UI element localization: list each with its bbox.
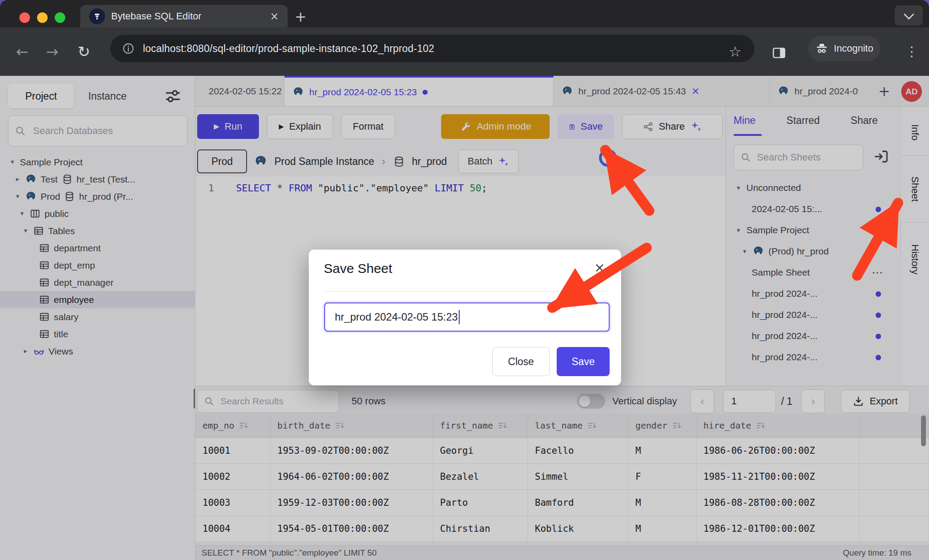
chevron-down-icon[interactable]: ▾ bbox=[741, 248, 748, 255]
table-row[interactable]: 100011953-09-02T00:00:00ZGeorgiFacelloM1… bbox=[195, 438, 929, 464]
export-button[interactable]: Export bbox=[841, 390, 910, 413]
search-sheets-input[interactable] bbox=[734, 145, 863, 170]
site-info-icon[interactable] bbox=[122, 42, 135, 55]
table-row[interactable]: 100041954-05-01T00:00:00ZChirstianKoblic… bbox=[195, 516, 929, 542]
tree-item-dept-emp[interactable]: dept_emp bbox=[0, 257, 195, 274]
table-row[interactable]: 100021964-06-02T00:00:00ZBezalelSimmelF1… bbox=[195, 464, 929, 490]
chevron-down-icon[interactable]: ▾ bbox=[735, 227, 742, 234]
tab-info[interactable]: Info bbox=[901, 110, 929, 154]
bookmark-star-icon[interactable]: ☆ bbox=[729, 45, 742, 59]
browser-menu-icon[interactable]: ⋮ bbox=[905, 45, 918, 58]
sort-icon[interactable] bbox=[587, 420, 598, 431]
side-panel-icon[interactable] bbox=[771, 45, 787, 61]
sheet-tab-1543[interactable]: hr_prod 2024-02-05 15:43 × bbox=[554, 76, 770, 106]
import-sheet-icon[interactable] bbox=[873, 148, 890, 165]
column-header[interactable]: first_name bbox=[433, 414, 528, 438]
chevron-down-icon[interactable]: ▾ bbox=[19, 210, 26, 217]
sheet-item[interactable]: hr_prod 2024-... ● bbox=[726, 304, 901, 325]
tab-history[interactable]: History bbox=[901, 223, 929, 296]
sort-icon[interactable] bbox=[498, 420, 508, 431]
page-number-input[interactable] bbox=[723, 390, 776, 413]
tree-item-sample-project[interactable]: ▾ Sample Project bbox=[0, 153, 195, 171]
sheet-group-unconnected[interactable]: ▾ Unconnected bbox=[726, 177, 901, 198]
sort-icon[interactable] bbox=[335, 420, 345, 431]
tree-item-title[interactable]: title bbox=[0, 325, 195, 343]
dialog-save-button[interactable]: Save bbox=[557, 347, 610, 376]
tree-item-dept-manager[interactable]: dept_manager bbox=[0, 274, 195, 291]
results-scrollbar[interactable] bbox=[921, 415, 926, 446]
sheet-group-prod-hr-prod[interactable]: ▾ (Prod) hr_prod bbox=[726, 241, 901, 262]
tree-item-public-schema[interactable]: ▾ public bbox=[0, 205, 195, 222]
admin-mode-button[interactable]: Admin mode bbox=[441, 114, 550, 139]
next-page-button[interactable]: › bbox=[801, 389, 825, 413]
tree-item-employee[interactable]: employee bbox=[0, 291, 195, 308]
browser-tab[interactable]: Bytebase SQL Editor × bbox=[80, 5, 288, 27]
tree-item-salary[interactable]: salary bbox=[0, 308, 195, 325]
chevron-right-icon[interactable]: ▸ bbox=[22, 348, 29, 355]
table-row[interactable]: 100031959-12-03T00:00:00ZPartoBamfordM19… bbox=[195, 490, 929, 516]
reload-button[interactable]: ↻ bbox=[78, 44, 90, 59]
search-results-input[interactable] bbox=[197, 390, 339, 413]
tab-mine[interactable]: Mine bbox=[734, 115, 756, 127]
sheet-tab-active[interactable]: hr_prod 2024-02-05 15:23 ● bbox=[285, 76, 554, 106]
sheet-tab-truncated[interactable]: hr_prod 2024-0 bbox=[770, 76, 867, 106]
tab-project[interactable]: Project bbox=[8, 84, 74, 108]
column-header[interactable]: last_name bbox=[528, 414, 628, 438]
column-header[interactable]: birth_date bbox=[270, 414, 433, 438]
tree-item-tables[interactable]: ▾ Tables bbox=[0, 222, 195, 239]
tree-item-department[interactable]: department bbox=[0, 239, 195, 257]
tab-starred[interactable]: Starred bbox=[787, 115, 820, 127]
sheet-tab-unsaved[interactable]: 2024-02-05 15:22 × bbox=[195, 76, 285, 106]
run-button[interactable]: ▶ Run bbox=[197, 114, 259, 139]
user-avatar[interactable]: AD bbox=[901, 81, 922, 102]
dialog-close-icon[interactable]: × bbox=[594, 261, 605, 274]
filter-sliders-icon[interactable] bbox=[163, 86, 183, 106]
search-databases-input[interactable] bbox=[8, 116, 187, 146]
database-name[interactable]: hr_prod bbox=[412, 156, 447, 168]
chevron-down-icon[interactable]: ▾ bbox=[22, 228, 29, 234]
sheet-item[interactable]: hr_prod 2024-... ● bbox=[726, 283, 901, 304]
vertical-display-toggle[interactable] bbox=[577, 394, 605, 409]
dialog-close-button[interactable]: Close bbox=[492, 347, 550, 376]
chevron-down-icon[interactable]: ▾ bbox=[735, 185, 742, 191]
forward-button[interactable]: → bbox=[46, 44, 59, 59]
tab-instance[interactable]: Instance bbox=[88, 84, 127, 108]
explain-button[interactable]: ▶ Explain bbox=[267, 114, 333, 139]
sort-icon[interactable] bbox=[672, 420, 682, 431]
sort-icon[interactable] bbox=[756, 420, 766, 431]
window-minimize-button[interactable] bbox=[37, 12, 48, 23]
more-menu-icon[interactable]: ⋯ bbox=[872, 267, 883, 278]
sort-icon[interactable] bbox=[239, 420, 249, 431]
tab-search-button[interactable] bbox=[895, 5, 923, 26]
tree-item-hr-test[interactable]: ▸ Test hr_test (Test... bbox=[0, 171, 195, 188]
sheet-name-input[interactable]: hr_prod 2024-02-05 15:23 bbox=[324, 302, 610, 332]
back-button[interactable]: ← bbox=[16, 44, 29, 59]
window-close-button[interactable] bbox=[19, 12, 30, 23]
instance-name[interactable]: Prod Sample Instance bbox=[274, 156, 374, 168]
chevron-right-icon[interactable]: ▸ bbox=[14, 176, 21, 183]
sheet-item[interactable]: hr_prod 2024-... ● bbox=[726, 347, 901, 368]
column-header[interactable]: emp_no bbox=[195, 414, 270, 438]
sheet-group-sample-project[interactable]: ▾ Sample Project bbox=[726, 220, 901, 241]
tab-sheet[interactable]: Sheet bbox=[901, 155, 929, 223]
column-header[interactable]: gender bbox=[628, 414, 696, 438]
new-tab-button[interactable]: + bbox=[295, 10, 307, 24]
sheet-item[interactable]: 2024-02-05 15:... ● bbox=[726, 198, 901, 220]
window-zoom-button[interactable] bbox=[55, 12, 65, 23]
save-button[interactable]: Save bbox=[558, 114, 614, 139]
add-sheet-button[interactable]: + bbox=[878, 76, 890, 106]
tree-item-hr-prod[interactable]: ▾ Prod hr_prod (Pr... bbox=[0, 188, 195, 205]
format-button[interactable]: Format bbox=[341, 114, 396, 139]
share-button[interactable]: Share bbox=[622, 114, 723, 139]
tab-share[interactable]: Share bbox=[850, 115, 877, 127]
batch-button[interactable]: Batch bbox=[458, 149, 519, 173]
sheet-item-sample-sheet[interactable]: Sample Sheet ⋯ bbox=[726, 262, 901, 283]
sheet-item[interactable]: hr_prod 2024-... ● bbox=[726, 325, 901, 347]
chevron-down-icon[interactable]: ▾ bbox=[9, 159, 16, 165]
column-header[interactable]: hire_date bbox=[696, 414, 859, 438]
close-icon[interactable]: × bbox=[691, 86, 700, 96]
tree-item-views[interactable]: ▸ Views bbox=[0, 343, 195, 360]
chevron-down-icon[interactable]: ▾ bbox=[14, 193, 21, 200]
url-bar[interactable]: localhost:8080/sql-editor/prod-sample-in… bbox=[110, 35, 754, 62]
ai-sparkle-icon[interactable] bbox=[690, 120, 702, 133]
